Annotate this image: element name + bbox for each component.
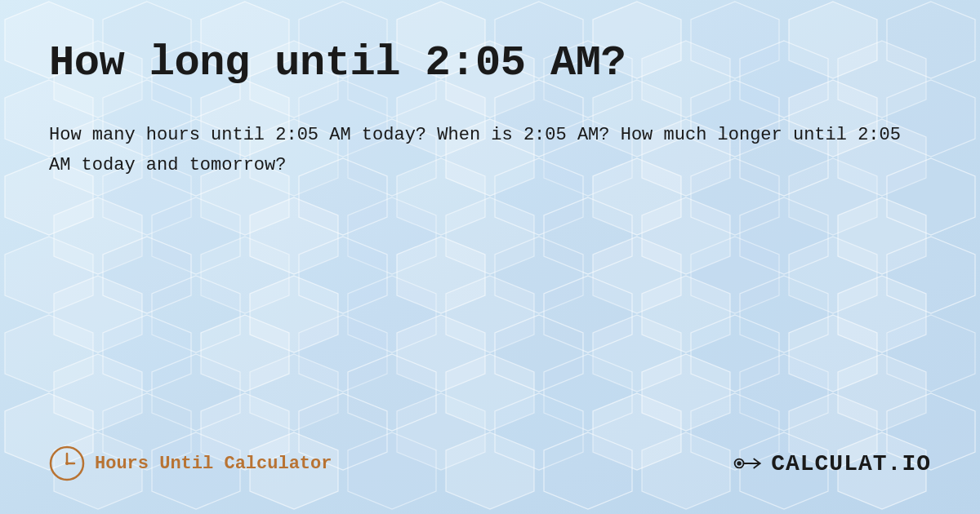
footer: Hours Until Calculator CALCULAT.IO <box>49 429 931 481</box>
page-title: How long until 2:05 AM? <box>49 39 931 87</box>
logo-text: CALCULAT.IO <box>771 451 931 476</box>
brand-section: Hours Until Calculator <box>49 445 332 481</box>
brand-label: Hours Until Calculator <box>95 454 332 474</box>
svg-point-122 <box>65 462 69 465</box>
clock-icon <box>49 445 85 481</box>
calculator-logo-icon <box>732 447 764 480</box>
logo-section: CALCULAT.IO <box>732 447 931 480</box>
page-description: How many hours until 2:05 AM today? When… <box>49 120 931 181</box>
svg-point-127 <box>737 461 742 465</box>
